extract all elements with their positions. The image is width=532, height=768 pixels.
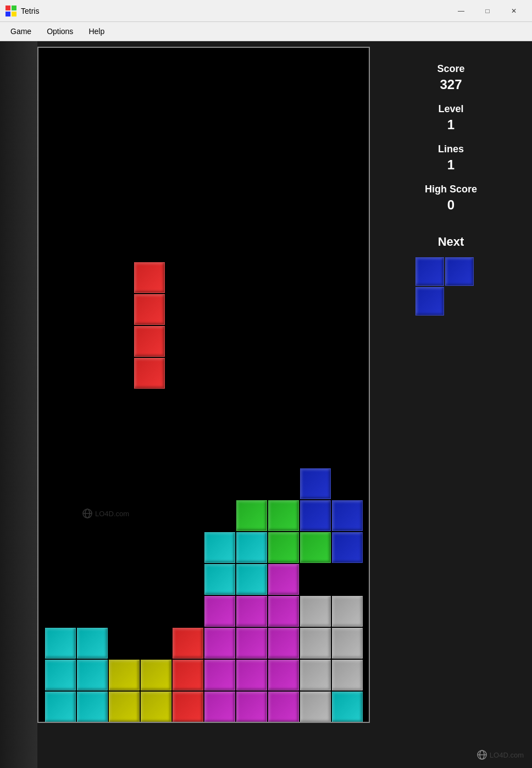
- level-label: Level: [438, 103, 463, 115]
- block: [268, 500, 299, 531]
- block: [300, 532, 331, 563]
- lines-value: 1: [447, 157, 455, 173]
- svg-rect-2: [5, 12, 10, 16]
- block: [332, 692, 363, 722]
- block: [109, 660, 140, 690]
- svg-point-4: [83, 509, 92, 518]
- title-controls: — □ ✕: [448, 3, 527, 19]
- block: [134, 358, 165, 389]
- block: [236, 564, 267, 595]
- block: [268, 628, 299, 659]
- block: [109, 692, 140, 722]
- preview-block: [445, 257, 474, 286]
- block: [134, 262, 165, 293]
- block: [77, 628, 108, 659]
- block: [236, 660, 267, 690]
- close-button[interactable]: ✕: [501, 3, 527, 19]
- block: [77, 692, 108, 722]
- block: [268, 532, 299, 563]
- right-panel: Score 327 Level 1 Lines 1 High Score 0 N…: [370, 41, 532, 768]
- menu-options[interactable]: Options: [39, 24, 81, 38]
- block: [236, 532, 267, 563]
- level-value: 1: [447, 117, 455, 132]
- watermark-right: LO4D.com: [477, 750, 524, 760]
- game-container: LO4D.com: [0, 41, 532, 768]
- block: [268, 660, 299, 690]
- block: [268, 564, 299, 595]
- block: [204, 532, 235, 563]
- svg-rect-0: [5, 5, 10, 10]
- block: [332, 660, 363, 690]
- block: [204, 564, 235, 595]
- block: [45, 660, 76, 690]
- menu-help[interactable]: Help: [81, 24, 112, 38]
- block: [236, 628, 267, 659]
- block: [204, 660, 235, 690]
- block: [173, 628, 203, 659]
- block: [300, 596, 331, 627]
- preview-block: [415, 257, 444, 286]
- block: [141, 692, 171, 722]
- block: [300, 500, 331, 531]
- menu-game[interactable]: Game: [3, 24, 39, 38]
- menu-bar: Game Options Help: [0, 22, 532, 41]
- high-score-label: High Score: [425, 184, 477, 195]
- minimize-button[interactable]: —: [448, 3, 474, 19]
- block: [173, 660, 203, 690]
- watermark-board: LO4D.com: [82, 509, 129, 518]
- block: [236, 500, 267, 531]
- block: [141, 660, 171, 690]
- block: [300, 692, 331, 722]
- block: [204, 692, 235, 722]
- block: [236, 692, 267, 722]
- block: [236, 596, 267, 627]
- next-label: Next: [438, 235, 464, 249]
- block: [300, 628, 331, 659]
- block: [332, 628, 363, 659]
- block: [77, 660, 108, 690]
- score-label: Score: [437, 63, 464, 75]
- left-area: [0, 41, 37, 768]
- block: [173, 692, 203, 722]
- title-bar: Tetris — □ ✕: [0, 0, 532, 22]
- game-board[interactable]: LO4D.com: [37, 47, 370, 723]
- block: [204, 596, 235, 627]
- block: [332, 596, 363, 627]
- svg-point-5: [85, 509, 90, 518]
- block: [268, 692, 299, 722]
- block: [300, 468, 331, 499]
- block: [204, 628, 235, 659]
- block: [300, 660, 331, 690]
- block: [45, 628, 76, 659]
- block: [268, 596, 299, 627]
- window-title: Tetris: [21, 7, 448, 15]
- lines-label: Lines: [438, 143, 464, 155]
- preview-block: [415, 287, 444, 316]
- app-icon: [5, 5, 16, 16]
- block: [134, 326, 165, 357]
- next-preview: [415, 257, 487, 312]
- board-wrapper: LO4D.com: [37, 41, 370, 768]
- score-value: 327: [440, 77, 462, 92]
- svg-rect-3: [12, 12, 16, 16]
- maximize-button[interactable]: □: [475, 3, 500, 19]
- high-score-value: 0: [447, 197, 455, 213]
- block: [332, 532, 363, 563]
- block: [134, 294, 165, 325]
- block: [332, 500, 363, 531]
- block: [45, 692, 76, 722]
- svg-rect-1: [12, 5, 16, 10]
